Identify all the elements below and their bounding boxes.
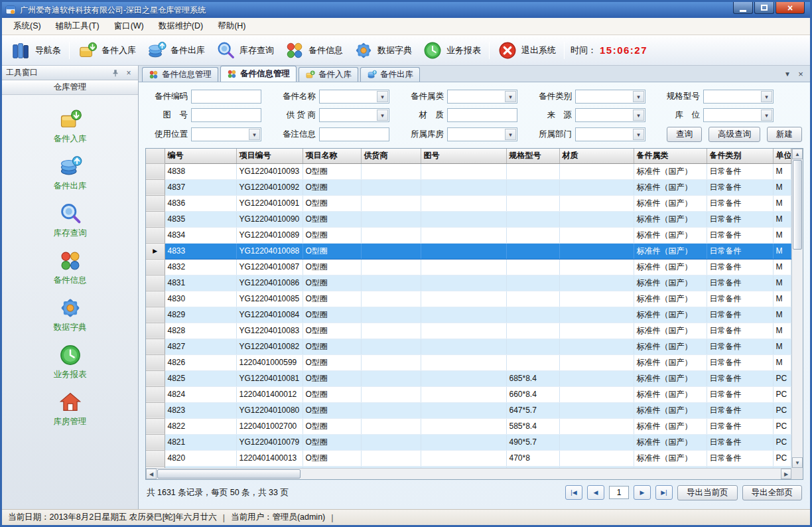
supplier-select[interactable]: ▾ bbox=[319, 108, 389, 122]
prev-page-button[interactable]: ◀ bbox=[587, 485, 604, 500]
chevron-down-icon[interactable]: ▾ bbox=[505, 129, 516, 140]
column-header-5[interactable]: 规格型号 bbox=[506, 149, 559, 163]
source-select[interactable]: ▾ bbox=[575, 108, 645, 122]
table-row[interactable]: 4825YG12204010081O型圈685*8.4标准件（国产）日常备件PC bbox=[146, 370, 791, 386]
spare-name-select[interactable]: ▾ bbox=[319, 90, 389, 104]
next-page-button[interactable]: ▶ bbox=[634, 485, 651, 500]
toolbar-data-dict[interactable]: 数据字典 bbox=[348, 38, 417, 63]
table-row[interactable]: 4837YG12204010092O型圈标准件（国产）日常备件M bbox=[146, 179, 791, 195]
table-row[interactable]: ▶4833YG12204010088O型圈标准件（国产）日常备件M bbox=[146, 243, 791, 259]
spare-code-input[interactable] bbox=[191, 90, 261, 104]
table-row[interactable]: 4838YG12204010093O型圈标准件（国产）日常备件M bbox=[146, 163, 791, 179]
new-button[interactable]: 新建 bbox=[767, 127, 802, 142]
advanced-query-button[interactable]: 高级查询 bbox=[709, 127, 760, 142]
table-row[interactable]: 4832YG12204010087O型圈标准件（国产）日常备件M bbox=[146, 259, 791, 275]
table-row[interactable]: 4831YG12204010086O型圈标准件（国产）日常备件M bbox=[146, 275, 791, 291]
scroll-right-icon[interactable]: ▶ bbox=[781, 469, 791, 479]
chevron-down-icon[interactable]: ▾ bbox=[505, 91, 516, 102]
toolbar-exit-system[interactable]: 退出系统 bbox=[492, 38, 561, 63]
material-input[interactable] bbox=[447, 108, 517, 122]
horizontal-scrollbar[interactable]: ◀ ▶ bbox=[146, 468, 791, 479]
table-row[interactable]: 4829YG12204010084O型圈标准件（国产）日常备件M bbox=[146, 307, 791, 323]
scroll-down-icon[interactable]: ▼ bbox=[792, 457, 803, 468]
spare-class-select[interactable]: ▾ bbox=[575, 90, 645, 104]
scroll-left-icon[interactable]: ◀ bbox=[146, 469, 157, 479]
tab-close-icon[interactable]: × bbox=[795, 68, 806, 79]
horizontal-scroll-thumb[interactable] bbox=[157, 469, 301, 479]
horizontal-scroll-track[interactable] bbox=[157, 469, 781, 479]
location-select[interactable]: ▾ bbox=[703, 108, 774, 122]
export-all-pages-button[interactable]: 导出全部页 bbox=[742, 485, 803, 500]
menu-item-2[interactable]: 窗口(W) bbox=[107, 18, 151, 35]
tab-list-dropdown-icon[interactable]: ▼ bbox=[782, 68, 793, 79]
sidebar-item-spare-inbound[interactable]: 备件入库 bbox=[2, 103, 138, 150]
menu-item-1[interactable]: 辅助工具(T) bbox=[48, 18, 107, 35]
table-row[interactable]: 4834YG12204010089O型圈标准件（国产）日常备件M bbox=[146, 227, 791, 243]
use-position-select[interactable]: ▾ bbox=[191, 127, 261, 141]
vertical-scrollbar[interactable]: ▲ ▼ bbox=[791, 149, 803, 468]
warehouse-select[interactable]: ▾ bbox=[447, 127, 517, 141]
chevron-down-icon[interactable]: ▾ bbox=[377, 91, 388, 102]
chevron-down-icon[interactable]: ▾ bbox=[377, 110, 388, 121]
vertical-scroll-track[interactable] bbox=[792, 159, 803, 457]
sidebar-item-business-report[interactable]: 业务报表 bbox=[2, 339, 138, 386]
chevron-down-icon[interactable]: ▾ bbox=[633, 91, 644, 102]
drawing-no-input[interactable] bbox=[191, 108, 261, 122]
table-row[interactable]: 4823YG12204010080O型圈647*5.7标准件（国产）日常备件PC bbox=[146, 402, 791, 418]
column-header-0[interactable]: 编号 bbox=[165, 149, 236, 163]
pin-icon[interactable] bbox=[110, 68, 121, 78]
scroll-up-icon[interactable]: ▲ bbox=[792, 149, 803, 159]
chevron-down-icon[interactable]: ▾ bbox=[249, 129, 260, 140]
chevron-down-icon[interactable]: ▾ bbox=[633, 129, 644, 140]
chevron-down-icon[interactable]: ▾ bbox=[633, 110, 644, 121]
sidebar-section-header[interactable]: 仓库管理 bbox=[2, 80, 138, 95]
chevron-down-icon[interactable]: ▾ bbox=[761, 91, 772, 102]
column-header-4[interactable]: 图号 bbox=[421, 149, 506, 163]
sidebar-item-data-dict[interactable]: 数据字典 bbox=[2, 291, 138, 339]
chevron-down-icon[interactable]: ▾ bbox=[761, 110, 772, 121]
column-header-7[interactable]: 备件属类 bbox=[634, 149, 707, 163]
vertical-scroll-thumb[interactable] bbox=[793, 160, 802, 250]
table-row[interactable]: 4821YG12204010079O型圈490*5.7标准件（国产）日常备件PC bbox=[146, 434, 791, 450]
toolbar-spare-inbound[interactable]: 备件入库 bbox=[72, 38, 141, 63]
menu-item-0[interactable]: 系统(S) bbox=[6, 18, 48, 35]
query-button[interactable]: 查询 bbox=[667, 127, 702, 142]
tab-2[interactable]: 备件入库 bbox=[299, 67, 358, 82]
column-header-9[interactable]: 单位 bbox=[773, 149, 791, 163]
menu-item-4[interactable]: 帮助(H) bbox=[210, 18, 253, 35]
toolbar-stock-query[interactable]: 库存查询 bbox=[210, 38, 279, 63]
table-row[interactable]: 48221220401002700O型圈585*8.4标准件（国产）日常备件PC bbox=[146, 418, 791, 434]
tab-0[interactable]: 备件信息管理 bbox=[142, 67, 218, 82]
table-row[interactable]: 4836YG12204010091O型圈标准件（国产）日常备件M bbox=[146, 195, 791, 211]
column-header-8[interactable]: 备件类别 bbox=[707, 149, 773, 163]
sidebar-close-icon[interactable]: × bbox=[123, 68, 134, 78]
department-select[interactable]: ▾ bbox=[575, 127, 645, 141]
toolbar-spare-outbound[interactable]: 备件出库 bbox=[141, 38, 210, 63]
toolbar-spare-info[interactable]: 备件信息 bbox=[279, 38, 348, 63]
column-header-3[interactable]: 供货商 bbox=[361, 149, 421, 163]
sidebar-item-spare-info[interactable]: 备件信息 bbox=[2, 244, 138, 291]
table-row[interactable]: 48261220401000599O型圈标准件（国产）日常备件M bbox=[146, 354, 791, 370]
sidebar-item-warehouse-mgmt[interactable]: 库房管理 bbox=[2, 386, 138, 433]
menu-item-3[interactable]: 数据维护(D) bbox=[151, 18, 210, 35]
spec-model-select[interactable]: ▾ bbox=[703, 90, 774, 104]
last-page-button[interactable]: ▶| bbox=[655, 485, 673, 500]
table-row[interactable]: 4827YG12204010082O型圈标准件（国产）日常备件M bbox=[146, 339, 791, 354]
tab-1[interactable]: 备件信息管理 bbox=[220, 66, 297, 82]
column-header-6[interactable]: 材质 bbox=[559, 149, 634, 163]
maximize-button[interactable] bbox=[754, 2, 774, 14]
toolbar-business-report[interactable]: 业务报表 bbox=[417, 38, 486, 63]
table-row[interactable]: 48241220401400012O型圈660*8.4标准件（国产）日常备件PC bbox=[146, 386, 791, 402]
spare-category-select[interactable]: ▾ bbox=[447, 90, 517, 104]
column-header-2[interactable]: 项目名称 bbox=[303, 149, 361, 163]
minimize-button[interactable] bbox=[733, 2, 753, 14]
close-button[interactable]: × bbox=[776, 2, 805, 14]
remark-input[interactable] bbox=[319, 127, 389, 141]
export-current-page-button[interactable]: 导出当前页 bbox=[677, 485, 738, 500]
sidebar-item-stock-query[interactable]: 库存查询 bbox=[2, 197, 138, 244]
table-row[interactable]: 4835YG12204010090O型圈标准件（国产）日常备件M bbox=[146, 211, 791, 227]
tab-3[interactable]: 备件出库 bbox=[360, 67, 420, 82]
sidebar-item-spare-outbound[interactable]: 备件出库 bbox=[2, 150, 138, 197]
toolbar-nav-bar[interactable]: 导航条 bbox=[6, 38, 66, 63]
table-row[interactable]: 4830YG12204010085O型圈标准件（国产）日常备件M bbox=[146, 291, 791, 307]
